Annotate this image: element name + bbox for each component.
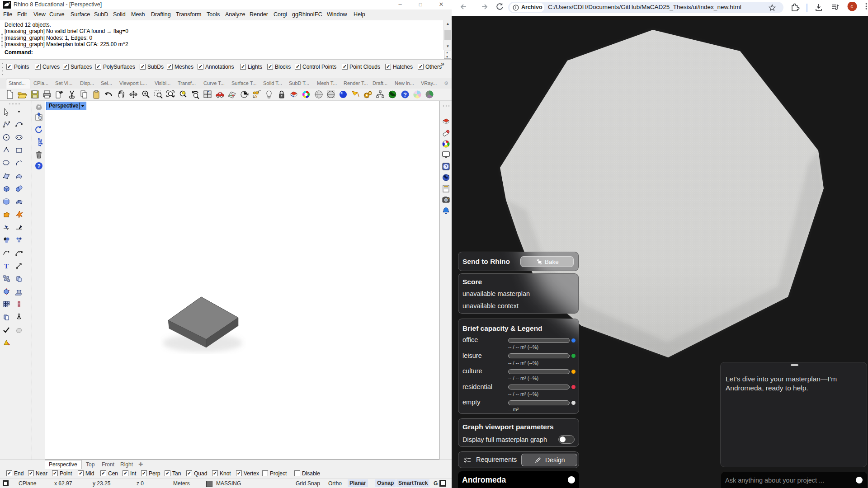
svg-text:?: ? <box>38 163 41 169</box>
svg-text:?: ? <box>445 164 448 169</box>
svg-text:T: T <box>4 263 9 270</box>
svg-text:?: ? <box>403 91 407 98</box>
svg-text:c: c <box>851 4 854 9</box>
